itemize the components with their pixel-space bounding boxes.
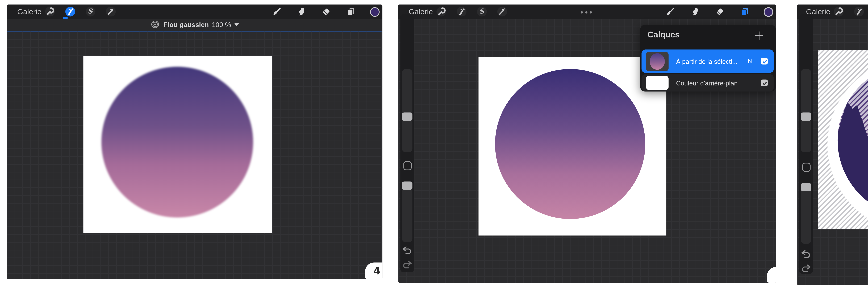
artwork-canvas[interactable] [478, 57, 666, 235]
brush-button[interactable] [665, 7, 675, 16]
color-button[interactable] [763, 7, 773, 16]
check-icon [762, 80, 768, 86]
transform-arrow-icon [497, 7, 506, 16]
more-options-icon[interactable] [581, 11, 592, 13]
eraser-button[interactable] [321, 7, 331, 16]
layer-name: Couleur d'arrière-plan [676, 79, 738, 87]
adjustment-value: 100 % [212, 21, 231, 28]
opacity-slider[interactable] [402, 181, 412, 242]
procreate-screen-step5: Galerie S [398, 4, 776, 283]
eraser-icon [715, 7, 724, 16]
brush-icon [272, 7, 281, 16]
adjustments-button[interactable] [854, 7, 864, 16]
adjustments-button[interactable] [456, 7, 466, 16]
layer-thumbnail [646, 76, 669, 90]
check-icon [762, 58, 768, 64]
smudge-finger-icon [690, 7, 700, 16]
layers-icon-active [740, 7, 749, 16]
gaussian-blur-target-icon [151, 20, 160, 30]
procreate-screen-step6: Galerie S [797, 4, 868, 285]
modify-button[interactable] [403, 161, 411, 170]
magic-wand-icon [65, 7, 75, 16]
magic-wand-icon [456, 7, 466, 16]
actions-wrench-button[interactable] [436, 7, 446, 16]
layer-row-background[interactable]: Couleur d'arrière-plan [642, 74, 774, 92]
wrench-icon [833, 7, 843, 16]
chevron-down-icon[interactable] [234, 23, 239, 26]
color-swatch-icon [369, 7, 380, 17]
brush-button[interactable] [272, 7, 281, 16]
adjustments-button[interactable] [65, 7, 75, 16]
redo-icon [801, 264, 811, 272]
layers-icon [346, 7, 356, 16]
layers-button[interactable] [346, 7, 356, 16]
selection-s-icon: S [88, 7, 93, 16]
selection-s-icon: S [479, 7, 484, 16]
artwork-canvas[interactable] [818, 50, 868, 229]
top-toolbar: Galerie S [7, 4, 382, 19]
eraser-button[interactable] [715, 7, 724, 16]
layers-panel-title: Calques [648, 30, 680, 39]
left-sidebar [400, 14, 414, 272]
brush-size-slider[interactable] [801, 69, 811, 152]
smudge-button[interactable] [690, 7, 700, 16]
layers-panel: Calques À partir de la sélecti... N [640, 25, 776, 92]
undo-button[interactable] [402, 246, 412, 254]
redo-button[interactable] [801, 264, 811, 272]
layers-button[interactable] [740, 7, 749, 16]
layer-visibility-checkbox[interactable] [761, 58, 768, 65]
plus-icon [754, 31, 764, 40]
opacity-handle[interactable] [801, 183, 811, 191]
smudge-button[interactable] [296, 7, 306, 16]
brush-size-handle[interactable] [402, 112, 412, 121]
wrench-icon [436, 7, 446, 16]
redo-button[interactable] [402, 260, 412, 269]
transform-button[interactable] [497, 7, 506, 16]
smudge-finger-icon [296, 7, 306, 16]
selection-button[interactable]: S [477, 7, 487, 16]
blend-mode-badge[interactable]: N [748, 58, 752, 65]
modify-button[interactable] [802, 163, 810, 172]
gallery-button[interactable]: Galerie [18, 4, 42, 19]
magic-wand-icon [854, 7, 864, 16]
top-toolbar: Galerie S [398, 4, 776, 19]
opacity-handle[interactable] [402, 181, 412, 190]
brush-size-slider[interactable] [402, 69, 412, 152]
procreate-screen-step4: Galerie S [7, 4, 382, 279]
wrench-icon [44, 7, 54, 16]
layer-thumbnail [646, 51, 669, 71]
canvas-workspace[interactable] [7, 32, 382, 279]
adjustment-name: Flou gaussien [163, 21, 209, 28]
selection-button[interactable]: S [85, 7, 95, 16]
eraser-icon [321, 7, 331, 16]
add-layer-button[interactable] [754, 31, 764, 40]
brush-size-handle[interactable] [801, 112, 811, 121]
step-number-badge: 4 [365, 263, 382, 279]
artwork-canvas[interactable] [83, 56, 272, 233]
layer-row-selection[interactable]: À partir de la sélecti... N [642, 49, 774, 73]
redo-icon [402, 260, 412, 269]
color-swatch-icon [763, 7, 773, 17]
transform-arrow-icon [105, 7, 115, 16]
blurred-gradient-circle [101, 67, 253, 218]
layer-visibility-checkbox[interactable] [761, 79, 768, 86]
undo-icon [801, 250, 811, 258]
transform-button[interactable] [105, 7, 115, 16]
tutorial-montage: Galerie S [0, 0, 868, 291]
undo-icon [402, 246, 412, 254]
adjustment-bar[interactable]: Flou gaussien 100 % [7, 19, 382, 30]
layer-name: À partir de la sélecti... [676, 58, 738, 65]
color-button[interactable] [369, 7, 379, 16]
blur-amount-slider[interactable] [7, 30, 382, 32]
actions-wrench-button[interactable] [833, 7, 843, 16]
opacity-slider[interactable] [801, 183, 811, 244]
left-sidebar [799, 14, 813, 274]
actions-wrench-button[interactable] [44, 7, 54, 16]
gradient-circle [495, 69, 645, 219]
brush-icon [665, 7, 675, 16]
undo-button[interactable] [801, 250, 811, 258]
